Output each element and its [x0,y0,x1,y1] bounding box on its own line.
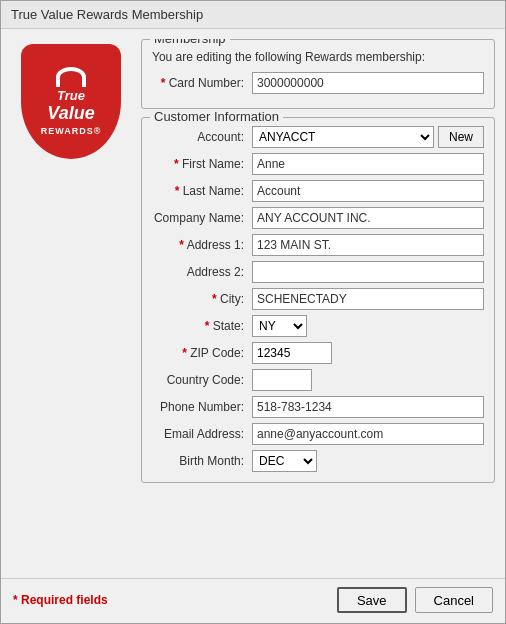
country-input[interactable] [252,369,312,391]
card-number-label: * Card Number: [152,76,252,90]
logo-value: Value [47,104,94,124]
email-label: Email Address: [152,427,252,441]
customer-info-group-title: Customer Information [150,109,283,124]
window-title: True Value Rewards Membership [11,7,203,22]
phone-row: Phone Number: [152,396,484,418]
membership-description: You are editing the following Rewards me… [152,50,484,64]
content-area: True Value REWARDS® Membership You are e… [1,29,505,578]
city-row: * City: [152,288,484,310]
account-row: Account: ANYACCT New [152,126,484,148]
zip-label: * ZIP Code: [152,346,252,360]
country-label: Country Code: [152,373,252,387]
city-input[interactable] [252,288,484,310]
membership-group: Membership You are editing the following… [141,39,495,109]
birth-select[interactable]: DEC JAN FEB MAR APR MAY JUN JUL AUG SEP … [252,450,317,472]
state-controls: NY [252,315,307,337]
address1-input[interactable] [252,234,484,256]
address2-input[interactable] [252,261,484,283]
first-name-star: * [174,157,179,171]
birth-label: Birth Month: [152,454,252,468]
logo-rewards: REWARDS® [41,126,102,136]
address1-row: * Address 1: [152,234,484,256]
state-star: * [205,319,210,333]
last-name-label: * Last Name: [152,184,252,198]
footer-buttons: Save Cancel [337,587,493,613]
state-select[interactable]: NY [252,315,307,337]
save-button[interactable]: Save [337,587,407,613]
zip-star: * [182,346,187,360]
city-label: * City: [152,292,252,306]
new-button[interactable]: New [438,126,484,148]
required-fields-note: * Required fields [13,593,108,607]
state-label: * State: [152,319,252,333]
city-star: * [212,292,217,306]
logo-area: True Value REWARDS® [11,39,131,568]
zip-row: * ZIP Code: [152,342,484,364]
address1-star: * [179,238,184,252]
first-name-input[interactable] [252,153,484,175]
account-select[interactable]: ANYACCT [252,126,434,148]
cancel-button[interactable]: Cancel [415,587,493,613]
hanger-icon [56,67,86,87]
last-name-input[interactable] [252,180,484,202]
footer: * Required fields Save Cancel [1,578,505,623]
last-name-star: * [175,184,180,198]
customer-info-group: Customer Information Account: ANYACCT Ne… [141,117,495,483]
main-window: True Value Rewards Membership True Value… [0,0,506,624]
true-value-logo: True Value REWARDS® [21,44,121,159]
membership-group-title: Membership [150,39,230,46]
email-row: Email Address: [152,423,484,445]
last-name-row: * Last Name: [152,180,484,202]
logo-text: True Value [47,89,94,123]
card-number-input[interactable] [252,72,484,94]
card-required-star: * [161,76,166,90]
phone-label: Phone Number: [152,400,252,414]
first-name-row: * First Name: [152,153,484,175]
forms-area: Membership You are editing the following… [141,39,495,568]
first-name-label: * First Name: [152,157,252,171]
state-row: * State: NY [152,315,484,337]
account-label: Account: [152,130,252,144]
phone-input[interactable] [252,396,484,418]
logo-true: True [47,89,94,103]
address1-label: * Address 1: [152,238,252,252]
company-name-input[interactable] [252,207,484,229]
zip-input[interactable] [252,342,332,364]
company-name-label: Company Name: [152,211,252,225]
address2-label: Address 2: [152,265,252,279]
title-bar: True Value Rewards Membership [1,1,505,29]
address2-row: Address 2: [152,261,484,283]
country-row: Country Code: [152,369,484,391]
email-input[interactable] [252,423,484,445]
company-name-row: Company Name: [152,207,484,229]
card-number-row: * Card Number: [152,72,484,94]
account-controls: ANYACCT New [252,126,484,148]
birth-row: Birth Month: DEC JAN FEB MAR APR MAY JUN… [152,450,484,472]
